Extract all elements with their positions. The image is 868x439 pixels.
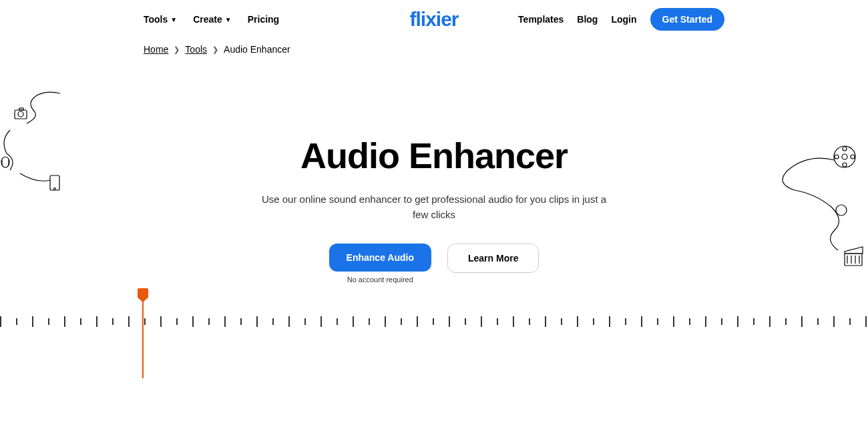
nav-login[interactable]: Login xyxy=(611,14,636,25)
tick xyxy=(817,318,819,325)
tick xyxy=(513,316,514,327)
nav-right: Templates Blog Login Get Started xyxy=(518,8,724,31)
doodle-camera-illustration xyxy=(0,90,87,210)
breadcrumb-tools[interactable]: Tools xyxy=(185,44,207,55)
tick xyxy=(641,316,642,327)
nav-pricing[interactable]: Pricing xyxy=(248,14,279,25)
doodle-film-illustration xyxy=(768,143,868,277)
tick xyxy=(16,318,17,325)
breadcrumb: Home ❯ Tools ❯ Audio Enhancer xyxy=(0,44,868,55)
tick xyxy=(609,316,610,327)
tick xyxy=(625,318,626,325)
learn-more-button[interactable]: Learn More xyxy=(447,244,539,273)
nav-create-label: Create xyxy=(193,14,222,25)
tick xyxy=(0,316,1,327)
playhead-line xyxy=(142,288,144,378)
tick xyxy=(112,318,114,325)
tick xyxy=(561,318,562,325)
tick xyxy=(96,316,97,327)
tick xyxy=(80,318,81,325)
tick xyxy=(337,318,338,325)
svg-point-5 xyxy=(54,188,56,190)
tick xyxy=(288,316,290,327)
svg-rect-2 xyxy=(19,108,23,110)
tick xyxy=(673,316,674,327)
tick xyxy=(48,318,49,325)
chevron-right-icon: ❯ xyxy=(174,45,180,54)
chevron-down-icon: ▼ xyxy=(225,16,232,23)
tick xyxy=(785,318,787,325)
header: Tools ▼ Create ▼ Pricing flixier Templat… xyxy=(0,0,868,39)
breadcrumb-current: Audio Enhancer xyxy=(224,44,290,55)
enhance-audio-button[interactable]: Enhance Audio xyxy=(329,244,431,272)
tick xyxy=(769,316,771,327)
tick xyxy=(481,316,482,327)
tick xyxy=(304,318,306,325)
tick xyxy=(32,316,33,327)
tick xyxy=(385,316,386,327)
tick xyxy=(849,318,851,325)
tick xyxy=(401,318,402,325)
tick xyxy=(577,316,578,327)
nav-tools-label: Tools xyxy=(144,14,168,25)
tick xyxy=(224,316,226,327)
breadcrumb-home[interactable]: Home xyxy=(144,44,168,55)
tick xyxy=(240,318,242,325)
tick xyxy=(192,316,194,327)
tick xyxy=(753,318,754,325)
svg-point-6 xyxy=(834,146,855,167)
svg-point-3 xyxy=(1,157,9,167)
tick xyxy=(449,316,450,327)
tick xyxy=(497,318,498,325)
tick xyxy=(465,318,466,325)
tick xyxy=(689,318,690,325)
tick xyxy=(64,316,65,327)
tick xyxy=(545,316,546,327)
tick xyxy=(353,316,354,327)
tick xyxy=(433,318,434,325)
svg-point-9 xyxy=(843,163,847,167)
tick xyxy=(144,318,146,325)
timeline-ticks[interactable] xyxy=(0,316,868,330)
nav-left: Tools ▼ Create ▼ Pricing xyxy=(144,14,279,25)
tick xyxy=(369,318,370,325)
tick xyxy=(208,318,210,325)
svg-point-11 xyxy=(851,155,855,159)
nav-create[interactable]: Create ▼ xyxy=(193,14,232,25)
tick xyxy=(737,316,738,327)
chevron-down-icon: ▼ xyxy=(170,16,177,23)
tick xyxy=(801,316,803,327)
nav-templates[interactable]: Templates xyxy=(518,14,564,25)
nav-blog[interactable]: Blog xyxy=(577,14,598,25)
tick xyxy=(256,316,258,327)
tick xyxy=(128,316,130,327)
timeline xyxy=(0,288,868,422)
logo[interactable]: flixier xyxy=(409,8,458,31)
svg-point-10 xyxy=(835,155,839,159)
tick xyxy=(417,316,418,327)
tick xyxy=(529,318,530,325)
tick xyxy=(176,318,178,325)
tick xyxy=(657,318,658,325)
tick xyxy=(833,316,835,327)
page-title: Audio Enhancer xyxy=(13,135,855,176)
button-note: No account required xyxy=(347,276,413,284)
hero-subtitle: Use our online sound enhancer to get pro… xyxy=(254,192,614,222)
hero: Audio Enhancer Use our online sound enha… xyxy=(0,135,868,284)
svg-point-8 xyxy=(843,147,847,151)
tick xyxy=(721,318,722,325)
tick xyxy=(865,316,867,327)
get-started-button[interactable]: Get Started xyxy=(650,8,724,31)
chevron-right-icon: ❯ xyxy=(212,45,218,54)
tick xyxy=(272,318,274,325)
svg-point-12 xyxy=(836,205,847,215)
tick xyxy=(160,316,162,327)
svg-point-1 xyxy=(18,111,23,117)
tick xyxy=(593,318,594,325)
nav-tools[interactable]: Tools ▼ xyxy=(144,14,177,25)
hero-buttons: Enhance Audio No account required Learn … xyxy=(13,244,855,284)
primary-button-group: Enhance Audio No account required xyxy=(329,244,431,284)
svg-point-7 xyxy=(842,154,847,159)
nav-pricing-label: Pricing xyxy=(248,14,279,25)
tick xyxy=(320,316,322,327)
